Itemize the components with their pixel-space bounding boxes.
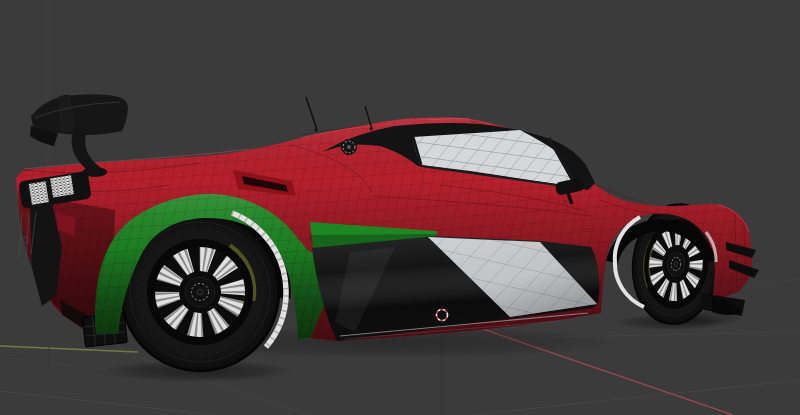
front-hub-cap: [674, 261, 678, 266]
mirror-mount-dot: [563, 200, 567, 204]
fuel-filler-cap: [342, 140, 357, 155]
taillight-left-mesh: [29, 181, 49, 204]
rear-hub-cap: [197, 289, 203, 295]
viewport-3d[interactable]: [0, 0, 800, 415]
wing-pylon-foot: [83, 167, 107, 177]
taillight-right-mesh: [50, 175, 74, 197]
viewport-canvas[interactable]: [0, 0, 800, 415]
